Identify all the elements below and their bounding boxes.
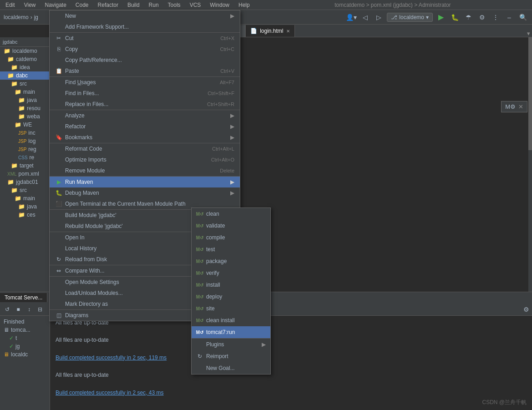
ctx-replace-in-files[interactable]: Replace in Files... Ctrl+Shift+R [50, 99, 240, 110]
panel-item-t[interactable]: ✓ t [0, 334, 50, 342]
ctx-run-maven[interactable]: ▶ Run Maven ▶ [50, 176, 240, 187]
menu-build[interactable]: Build [126, 1, 142, 9]
maven-verify[interactable]: M↺ verify [192, 267, 270, 279]
log-line-9[interactable]: Build completed successfully in 2 sec, 4… [56, 389, 527, 397]
ctx-remove-module[interactable]: Remove Module Delete [50, 165, 240, 176]
menu-bar: Edit View Navigate Code Refactor Build R… [0, 0, 532, 10]
tab-login-html[interactable]: 📄 login.html ✕ [246, 25, 294, 37]
log-line-5[interactable]: Build completed successfully in 2 sec, 1… [56, 354, 527, 362]
menu-vcs[interactable]: VCS [188, 1, 203, 9]
maven-reimport[interactable]: ↻ Reimport [192, 350, 270, 362]
panel-item-tomca[interactable]: 🖥 tomca... [0, 326, 50, 334]
ctx-paste[interactable]: 📋 Paste Ctrl+V [50, 66, 240, 76]
merge-popup[interactable]: M⚙ ✕ [501, 101, 527, 112]
bottom-tab-tomcat[interactable]: Tomcat Serve... [0, 293, 47, 302]
run-button[interactable]: ▶ [436, 12, 446, 23]
menu-refactor[interactable]: Refactor [96, 1, 120, 9]
tree-item-src2[interactable]: 📁 src [0, 186, 50, 194]
ctx-new[interactable]: New ▶ [50, 10, 240, 21]
ctx-find-in-files[interactable]: Find in Files... Ctrl+Shift+F [50, 88, 240, 99]
maven-plugins[interactable]: Plugins ▶ [192, 339, 270, 350]
tree-item-target[interactable]: 📁 target [0, 162, 50, 170]
ctx-find-usages[interactable]: Find Usages Alt+F7 [50, 76, 240, 88]
ctx-reformat[interactable]: Reformat Code Ctrl+Alt+L [50, 143, 240, 154]
ctx-analyze[interactable]: Analyze ▶ [50, 110, 240, 121]
tree-label-log: log [28, 138, 35, 144]
tree-item-jgdabc01[interactable]: 📁 jgdabc01 [0, 178, 50, 186]
profile-button[interactable]: ⚙ [476, 12, 487, 23]
maven-tomcat7-run[interactable]: M↺ tomcat7:run [192, 326, 270, 338]
ctx-bookmarks[interactable]: 🔖 Bookmarks ▶ [50, 132, 240, 143]
back-button[interactable]: ◁ [360, 12, 370, 23]
tree-item-src[interactable]: 📁 src [0, 80, 50, 88]
tree-item-we[interactable]: 📁 WE [0, 121, 50, 129]
menu-help[interactable]: Help [237, 1, 252, 9]
menu-run[interactable]: Run [147, 1, 161, 9]
tabs-chevron[interactable]: ▾ [527, 30, 530, 37]
maven-install[interactable]: M↺ install [192, 279, 270, 291]
tree-item-dabc[interactable]: 📁 dabc [0, 71, 50, 80]
close-icon[interactable]: ✕ [518, 103, 523, 110]
tree-item-localdemo[interactable]: 📁 localdemo [0, 47, 50, 55]
ctx-cut[interactable]: ✂ Cut Ctrl+X [50, 32, 240, 44]
tree-item-pom[interactable]: XML pom.xml [0, 170, 50, 178]
build-success-link-2[interactable]: Build completed successfully in 2 sec, 4… [56, 390, 163, 396]
maven-site[interactable]: M↺ site [192, 303, 270, 314]
coverage-button[interactable]: ☂ [463, 12, 474, 23]
debug-button[interactable]: 🐛 [449, 12, 460, 23]
search-button[interactable]: 🔍 [517, 12, 528, 23]
gear-icon[interactable]: ⚙ [523, 306, 529, 313]
tree-item-re[interactable]: CSS re [0, 153, 50, 162]
build-success-link-1[interactable]: Build completed successfully in 2 sec, 1… [56, 354, 167, 361]
maven-test[interactable]: M↺ test [192, 243, 270, 255]
maven-compile[interactable]: M↺ compile [192, 232, 270, 243]
tree-item-java2[interactable]: 📁 java [0, 202, 50, 211]
menu-navigate[interactable]: Navigate [43, 1, 68, 9]
tree-item-java[interactable]: 📁 java [0, 96, 50, 104]
maven-validate[interactable]: M↺ validate [192, 220, 270, 232]
tree-item-catdemo[interactable]: 📁 catdemo [0, 55, 50, 63]
tree-item-resou[interactable]: 📁 resou [0, 104, 50, 112]
tree-item-idea[interactable]: 📁 idea [0, 63, 50, 71]
tree-item-ces[interactable]: 📁 ces [0, 211, 50, 219]
forward-button[interactable]: ▷ [373, 12, 384, 23]
menu-edit[interactable]: Edit [4, 1, 17, 9]
minimize-button[interactable]: – [504, 12, 515, 23]
panel-scroll-button[interactable]: ↕ [25, 305, 34, 314]
ctx-copy-path[interactable]: Copy Path/Reference... [50, 55, 240, 66]
menu-code[interactable]: Code [74, 1, 91, 9]
tree-item-log[interactable]: JSP log [0, 137, 50, 145]
user-icon-button[interactable]: 👤▾ [346, 12, 357, 23]
maven-clean[interactable]: M↺ clean [192, 208, 270, 220]
tree-item-reg[interactable]: JSP reg [0, 145, 50, 153]
panel-item-jg[interactable]: ✓ jg [0, 342, 50, 350]
ctx-optimize-imports[interactable]: Optimize Imports Ctrl+Alt+O [50, 154, 240, 165]
branch-selector[interactable]: ⎇ localdemo ▾ [387, 13, 433, 22]
ctx-add-framework[interactable]: Add Framework Support... [50, 21, 240, 32]
tree-item-inc[interactable]: JSP inc [0, 129, 50, 137]
panel-restart-button[interactable]: ↺ [3, 305, 12, 314]
panel-collapse-button[interactable]: ⊟ [35, 305, 45, 314]
ctx-debugmaven-arrow: ▶ [230, 190, 234, 196]
editor-scrollbar-thumb[interactable] [528, 37, 532, 150]
tab-close-html[interactable]: ✕ [286, 29, 290, 34]
tree-item-main[interactable]: 📁 main [0, 88, 50, 96]
maven-cleaninstall-label: clean install [206, 317, 235, 324]
tree-item-main2[interactable]: 📁 main [0, 194, 50, 202]
tree-item-weba[interactable]: 📁 weba [0, 112, 50, 121]
ctx-refactor-arrow: ▶ [230, 123, 234, 130]
maven-deploy[interactable]: M↺ deploy [192, 291, 270, 303]
more-button[interactable]: ⋮ [490, 12, 501, 23]
menu-window[interactable]: Window [208, 1, 231, 9]
breadcrumb-top: tomcatdemo > pom.xml (jgdabc) > Administ… [257, 1, 528, 9]
ctx-debug-maven[interactable]: 🐛 Debug Maven ▶ [50, 187, 240, 198]
ctx-refactor[interactable]: Refactor ▶ [50, 121, 240, 132]
maven-package[interactable]: M↺ package [192, 255, 270, 267]
menu-view[interactable]: View [22, 1, 38, 9]
ctx-copy[interactable]: ⎘ Copy Ctrl+C [50, 44, 240, 55]
menu-tools[interactable]: Tools [166, 1, 182, 9]
panel-item-localdc[interactable]: 🖥 localdc [0, 350, 50, 359]
maven-clean-install[interactable]: M↺ clean install [192, 314, 270, 326]
panel-stop-button[interactable]: ■ [14, 305, 23, 314]
maven-new-goal[interactable]: New Goal... [192, 362, 270, 374]
